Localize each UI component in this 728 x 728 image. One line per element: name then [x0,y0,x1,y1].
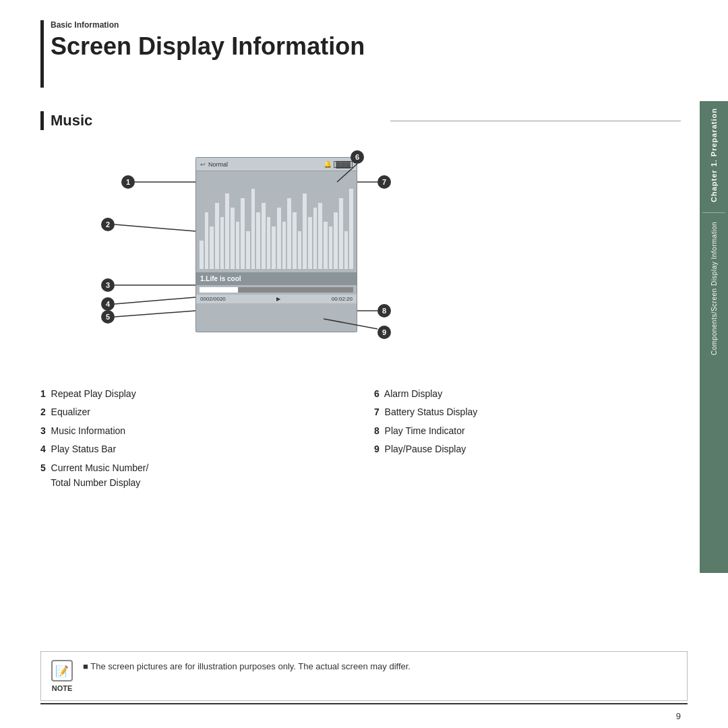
svg-text:3: 3 [106,281,110,289]
eq-bar [308,217,312,269]
progress-fill [200,287,238,293]
eq-bar [205,212,209,269]
diagram-area: ↩︎ Normal 🔔 ▓▓▓ 1.Life is cool [40,144,681,373]
screen-top-left: ↩︎ Normal [200,161,228,168]
legend-item-8: 8 Play Time Indicator [374,423,681,438]
eq-bar [339,198,343,269]
sidebar-divider [702,212,725,213]
callout-lines-svg: 1 2 3 4 5 6 7 [40,144,681,373]
header-subtitle: Basic Information [51,20,365,30]
note-label: NOTE [52,684,73,692]
bottom-line [40,703,688,704]
screen-top-right: 🔔 ▓▓▓ [324,160,353,168]
eq-bar [215,203,219,269]
svg-point-0 [121,175,135,189]
eq-bar [282,222,286,269]
eq-bar [287,198,291,269]
legend-item-2: 2 Equalizer [40,404,347,419]
note-text: ■ The screen pictures are for illustrati… [83,660,411,673]
screen-bottom: 0002/0020 ▶ 00:02:20 [196,295,357,303]
eq-bar [298,231,302,269]
svg-line-5 [115,224,195,231]
svg-line-14 [115,311,195,317]
note-box: 📝 NOTE ■ The screen pictures are for ill… [40,651,688,701]
svg-text:5: 5 [106,313,110,321]
eq-bar [246,231,250,269]
section-accent [40,111,44,130]
eq-bar [267,217,271,269]
legend-num-3: 3 [40,425,46,436]
eq-bar [313,208,317,269]
legend-num-8: 8 [374,425,380,436]
svg-point-18 [377,175,391,189]
legend-num-6: 6 [374,388,380,399]
screen-mode-label: Normal [208,161,228,168]
eq-bar [349,189,353,269]
legend-num-7: 7 [374,406,380,417]
progress-bar-area [200,287,353,293]
svg-point-24 [377,326,391,339]
eq-bar [231,208,235,269]
note-icon: 📝 [51,660,73,681]
song-info-bar: 1.Life is cool [196,272,357,285]
section-line [390,121,681,121]
eq-bar [200,241,204,269]
note-icon-area: 📝 NOTE [51,660,73,692]
music-section: Music ↩︎ Normal 🔔 ▓▓▓ 1.Life is cool [40,111,681,490]
eq-bar [318,203,322,269]
page-accent-bar [40,20,44,88]
svg-point-3 [101,218,115,231]
eq-bar [262,203,266,269]
legend-item-5: 5 Current Music Number/ Total Number Dis… [40,460,347,491]
right-sidebar: Chapter 1. Preparation Components/Screen… [700,101,728,573]
svg-text:9: 9 [382,328,386,336]
time-display: 00:02:20 [332,296,353,302]
legend-area: 1 Repeat Play Display 6 Alarm Display 2 … [40,386,681,490]
eq-bar [329,226,333,269]
equalizer-area [196,171,357,272]
eq-bar [334,212,338,269]
screen-top-bar: ↩︎ Normal 🔔 ▓▓▓ [196,158,357,171]
play-icon: ▶ [276,296,280,302]
header: Basic Information Screen Display Informa… [51,20,365,61]
section-header: Music [40,111,681,130]
eq-bar [241,198,245,269]
eq-bar [220,217,224,269]
eq-bar [324,222,328,269]
page-number: 9 [676,711,681,721]
eq-bar [303,193,307,269]
device-screen: ↩︎ Normal 🔔 ▓▓▓ 1.Life is cool [195,157,357,332]
battery-icon: ▓▓▓ [334,161,353,168]
svg-text:4: 4 [106,300,111,308]
sidebar-chapter: Chapter 1. Preparation [710,101,718,209]
eq-bar [225,193,229,269]
svg-text:1: 1 [126,178,130,186]
legend-item-3: 3 Music Information [40,423,347,438]
svg-line-11 [115,297,195,304]
section-title: Music [51,112,384,129]
eq-bar [293,212,297,269]
progress-bar-bg [200,287,353,293]
svg-point-12 [101,310,115,324]
eq-bar [236,222,240,269]
legend-item-4: 4 Play Status Bar [40,442,347,456]
svg-point-21 [377,304,391,317]
eq-bar [251,189,255,269]
legend-item-9: 9 Play/Pause Display [374,442,681,456]
sidebar-section: Components/Screen Display Information [710,216,718,361]
eq-bar [256,212,260,269]
svg-point-9 [101,297,115,311]
svg-text:2: 2 [106,220,110,229]
svg-point-6 [101,278,115,292]
legend-num-5: 5 [40,462,46,473]
legend-item-6: 6 Alarm Display [374,386,681,401]
legend-num-1: 1 [40,388,46,399]
eq-bar [277,208,281,269]
legend-num-9: 9 [374,444,380,454]
legend-num-2: 2 [40,406,46,417]
repeat-icon: ↩︎ [200,161,206,168]
legend-item-1: 1 Repeat Play Display [40,386,347,401]
alarm-icon: 🔔 [324,160,332,168]
svg-text:8: 8 [382,307,386,315]
eq-bar [272,226,276,269]
